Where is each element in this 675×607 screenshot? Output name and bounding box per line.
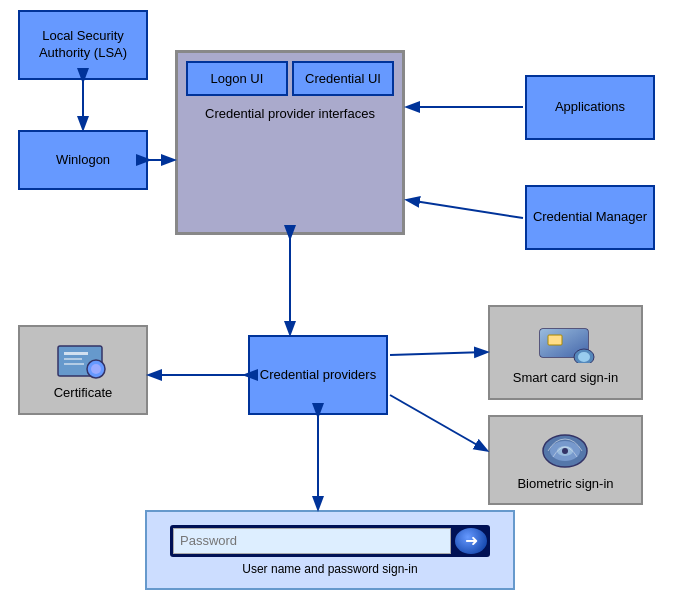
biometric-box: Biometric sign-in	[488, 415, 643, 505]
credential-ui-box: Credential UI	[292, 61, 394, 96]
svg-point-14	[562, 448, 568, 454]
credential-manager-box: Credential Manager	[525, 185, 655, 250]
applications-box: Applications	[525, 75, 655, 140]
svg-point-5	[91, 364, 101, 374]
certificate-label: Certificate	[54, 385, 113, 400]
svg-rect-1	[64, 352, 88, 355]
certificate-box: Certificate	[18, 325, 148, 415]
logon-ui-box: Logon UI	[186, 61, 288, 96]
biometric-label: Biometric sign-in	[517, 476, 613, 491]
credential-providers-box: Credential providers	[248, 335, 388, 415]
password-input-row: ➜	[170, 525, 490, 557]
smartcard-icon	[536, 321, 596, 366]
password-signin-label: User name and password sign-in	[242, 562, 417, 576]
biometric-icon	[538, 429, 593, 472]
password-submit-button[interactable]: ➜	[455, 528, 487, 554]
winlogon-label: Winlogon	[56, 152, 110, 169]
diagram: Local Security Authority (LSA) Winlogon …	[0, 0, 675, 607]
svg-line-21	[390, 352, 486, 355]
certificate-icon	[56, 341, 110, 381]
applications-label: Applications	[555, 99, 625, 116]
svg-line-18	[408, 200, 523, 218]
svg-rect-8	[548, 335, 562, 345]
cpi-container: Logon UI Credential UI Credential provid…	[175, 50, 405, 235]
svg-rect-2	[64, 358, 82, 360]
cpi-label: Credential provider interfaces	[178, 106, 402, 121]
svg-line-22	[390, 395, 486, 450]
lsa-box: Local Security Authority (LSA)	[18, 10, 148, 80]
password-input[interactable]	[173, 528, 451, 554]
winlogon-box: Winlogon	[18, 130, 148, 190]
lsa-label: Local Security Authority (LSA)	[24, 28, 142, 62]
smartcard-box: Smart card sign-in	[488, 305, 643, 400]
credential-providers-label: Credential providers	[260, 367, 376, 384]
smartcard-label: Smart card sign-in	[513, 370, 618, 385]
svg-point-10	[578, 352, 590, 362]
svg-rect-3	[64, 363, 84, 365]
credential-manager-label: Credential Manager	[533, 209, 647, 226]
password-signin-box: ➜ User name and password sign-in	[145, 510, 515, 590]
